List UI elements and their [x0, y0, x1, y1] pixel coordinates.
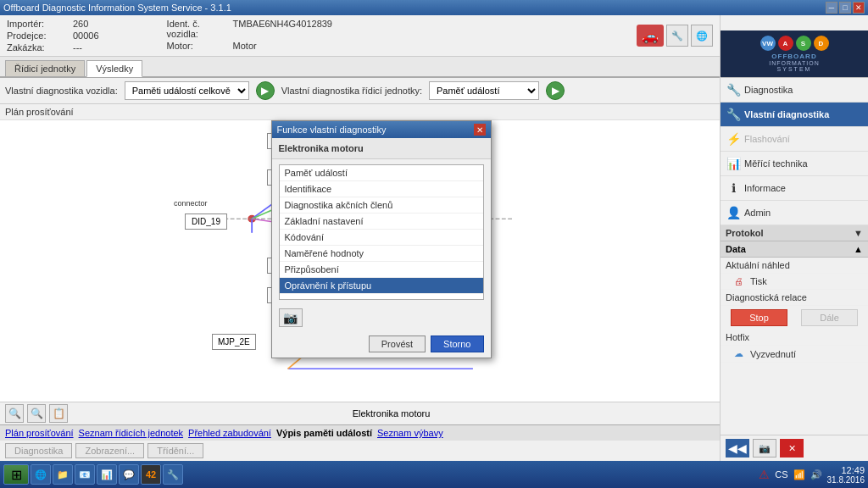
sidebar-flashovani: ⚡ Flashování — [721, 127, 868, 152]
taskbar-explorer[interactable]: 📁 — [53, 464, 73, 485]
importer-value: 260 — [73, 19, 88, 29]
vyzvednutí-item[interactable]: ☁ Vyzvednutí — [721, 346, 868, 363]
ident-value: TMBAE6NH4G4012839 — [233, 19, 332, 39]
taskbar-excel[interactable]: 📊 — [97, 464, 117, 485]
diagnostika-icon: 🔧 — [726, 82, 741, 97]
cloud-icon: ☁ — [734, 348, 743, 359]
diagnosticka-label: Diagnostická relace — [726, 292, 807, 302]
windows-logo: ⊞ — [11, 467, 22, 483]
taskbar: ⊞ 🌐 📁 📧 📊 💬 42 🔧 ⚠ CS 📶 🔊 12:49 31.8.201… — [0, 461, 868, 488]
start-icon[interactable]: ⊞ — [3, 464, 29, 485]
importer-label: Importér: — [7, 19, 66, 29]
zobrazeni-btn[interactable]: Zobrazení... — [75, 443, 144, 458]
action-row: Diagnostika Zobrazení... Třídění... — [0, 441, 720, 461]
protokol-collapse-icon[interactable]: ▼ — [854, 228, 863, 238]
modal-titlebar: Funkce vlastní diagnostiky ✕ — [272, 121, 491, 138]
title-bar: Offboard Diagnostic Information System S… — [0, 0, 868, 15]
diagnostika-btn[interactable]: Diagnostika — [5, 443, 72, 458]
taskbar-outlook[interactable]: 📧 — [75, 464, 95, 485]
taskbar-42[interactable]: 42 — [141, 464, 161, 485]
clock: 12:49 31.8.2016 — [827, 465, 865, 485]
tisk-item[interactable]: 🖨 Tisk — [721, 274, 868, 290]
modal-dialog: Funkce vlastní diagnostiky ✕ Elektronika… — [271, 120, 492, 358]
camera-bottom-btn[interactable]: 📷 — [753, 439, 776, 458]
offboard-logo: VW A S D OFFBOARD INFORMATION SYSTEM — [721, 30, 868, 77]
cancel-bottom-btn[interactable]: ✕ — [780, 439, 804, 458]
sidebar-admin[interactable]: 👤 Admin — [721, 201, 868, 225]
sidebar-informace[interactable]: ℹ Informace — [721, 176, 868, 201]
audi-logo: A — [778, 36, 793, 51]
stop-button[interactable]: Stop — [731, 309, 787, 326]
modal-list-item-7[interactable]: Oprávnění k přístupu — [280, 278, 483, 294]
admin-label: Admin — [744, 208, 771, 218]
sidebar: VW A S D OFFBOARD INFORMATION SYSTEM Pro… — [720, 15, 868, 461]
vyzvednutí-label: Vyzvednutí — [750, 349, 796, 359]
diagnosticka-relace: Diagnostická relace — [721, 290, 868, 306]
modal-camera-icon[interactable]: 📷 — [279, 308, 303, 327]
taskbar-ie[interactable]: 🌐 — [31, 464, 51, 485]
taskbar-tool[interactable]: 🔧 — [163, 464, 183, 485]
aktualni-nahled[interactable]: Aktuální náhled — [721, 258, 868, 274]
merici-icon: 📊 — [726, 156, 741, 171]
taskbar-right: ⚠ CS 📶 🔊 12:49 31.8.2016 — [759, 465, 865, 485]
modal-list-item-3[interactable]: Základní nastavení — [280, 214, 483, 230]
modal-list-item-5[interactable]: Naměřené hodnoty — [280, 246, 483, 262]
protokol-header: Protokol ▼ — [721, 225, 868, 241]
ie-icon: 🌐 — [35, 469, 47, 480]
admin-icon: 👤 — [726, 205, 741, 220]
modal-list-item-6[interactable]: Přizpůsobení — [280, 262, 483, 278]
skype-icon: 💬 — [123, 469, 135, 480]
vw-logo: VW — [760, 36, 776, 51]
maximize-btn[interactable]: □ — [839, 2, 851, 14]
num42-icon: 42 — [146, 469, 156, 480]
excel-icon: 📊 — [101, 469, 113, 480]
modal-list-item-0[interactable]: Paměť událostí — [280, 165, 483, 181]
time-display: 12:49 — [841, 465, 865, 475]
date-display: 31.8.2016 — [827, 475, 865, 485]
data-collapse-icon[interactable]: ▲ — [854, 244, 863, 254]
informace-label: Informace — [744, 183, 786, 193]
merici-label: Měřící technika — [744, 158, 808, 169]
sidebar-merici-technika[interactable]: 📊 Měřící technika — [721, 152, 868, 176]
sidebar-diagnostika[interactable]: 🔧 Diagnostika — [721, 78, 868, 103]
tool-icon: 🔧 — [167, 469, 179, 480]
data-header: Data ▲ — [721, 241, 868, 258]
logo-offboard: OFFBOARD — [771, 53, 816, 60]
lang-label: CS — [775, 469, 787, 480]
taskbar-skype[interactable]: 💬 — [119, 464, 139, 485]
car-icon: 🚗 — [637, 25, 664, 47]
vlastni-icon: 🔧 — [726, 107, 741, 122]
error-icon: ⚠ — [759, 468, 770, 481]
modal-list-item-1[interactable]: Identifikace — [280, 181, 483, 197]
ident-label: Ident. č. vozidla: — [167, 19, 226, 39]
relace-buttons: Stop Dále — [721, 306, 868, 330]
outlook-icon: 📧 — [79, 469, 91, 480]
aktualni-label: Aktuální náhled — [726, 260, 790, 270]
modal-close-btn[interactable]: ✕ — [474, 124, 486, 136]
modal-list-item-4[interactable]: Kódování — [280, 230, 483, 246]
storno-btn[interactable]: Storno — [431, 336, 483, 352]
sidebar-bottom-btns: ◀◀ 📷 ✕ — [721, 435, 868, 461]
tisk-label: Tisk — [750, 276, 767, 286]
hotfix-label: Hotfix — [726, 332, 749, 342]
modal-list-item-2[interactable]: Diagnostika akčních členů — [280, 197, 483, 214]
tisk-icon: 🖨 — [734, 276, 743, 286]
flash-label: Flashování — [744, 134, 790, 144]
info-sidebar-icon: ℹ — [726, 180, 741, 196]
modal-title: Funkce vlastní diagnostiky — [277, 125, 387, 135]
skoda-logo: S — [796, 36, 811, 51]
volume-icon: 🔊 — [810, 469, 822, 480]
hotfix-section: Hotfix — [721, 330, 868, 346]
provest-btn[interactable]: Provést — [369, 336, 426, 352]
close-btn[interactable]: ✕ — [853, 2, 865, 14]
modal-section-label: Elektronika motoru — [272, 138, 491, 159]
sidebar-vlastni-diagnostika[interactable]: 🔧 Vlastní diagnostika — [721, 103, 868, 127]
minimize-btn[interactable]: ─ — [826, 2, 837, 14]
diagnostika-label: Diagnostika — [744, 85, 793, 95]
flash-icon: ⚡ — [726, 131, 741, 147]
vlastni-label: Vlastní diagnostika — [744, 109, 829, 119]
trideni-btn[interactable]: Třídění... — [147, 443, 203, 458]
info-icon: 🌐 — [691, 25, 713, 47]
wrench-icon: 🔧 — [666, 25, 688, 47]
back-btn[interactable]: ◀◀ — [726, 439, 749, 458]
